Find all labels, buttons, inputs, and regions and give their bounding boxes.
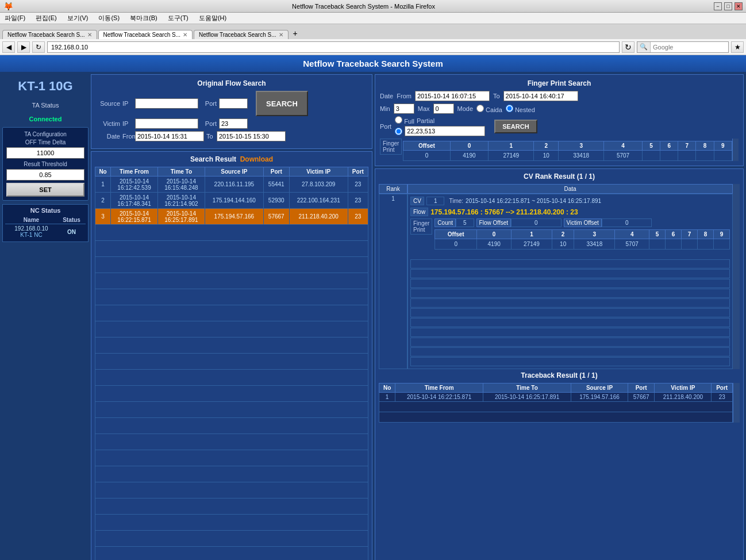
date-to-input[interactable] xyxy=(217,131,286,141)
search-input[interactable] xyxy=(651,44,708,51)
fp-partial-radio[interactable] xyxy=(395,128,402,135)
victim-port-input[interactable] xyxy=(219,118,248,129)
result-threshold-input[interactable] xyxy=(6,169,84,181)
empty-row xyxy=(95,418,368,434)
empty-row xyxy=(95,402,368,418)
fp-scrollbar[interactable] xyxy=(732,139,739,161)
minimize-button[interactable]: − xyxy=(714,2,722,10)
fp-port-label: Port xyxy=(380,123,391,130)
date-from-input[interactable] xyxy=(135,131,204,141)
cv-scrollbar[interactable] xyxy=(733,184,740,194)
fp-min-input[interactable] xyxy=(394,103,414,114)
tab-3[interactable]: Netflow Traceback Search S... ✕ xyxy=(194,30,289,39)
result-row-1[interactable]: 1 2015-10-1416:12:42.539 2015-10-1416:15… xyxy=(95,177,368,193)
tb-empty-1 xyxy=(379,402,733,412)
menu-tools[interactable]: 도구(T) xyxy=(166,14,191,22)
cv-empty-9 xyxy=(410,328,730,337)
back-button[interactable]: ◀ xyxy=(2,41,15,53)
fp-nested-label[interactable]: Nested xyxy=(506,105,535,113)
bookmark-button[interactable]: ★ xyxy=(731,41,744,53)
from-label: From xyxy=(122,133,133,140)
finger-print-detail-label: FingerPrint xyxy=(410,218,432,235)
tab-2-close[interactable]: ✕ xyxy=(183,32,187,38)
go-button[interactable]: ↻ xyxy=(622,41,635,53)
tb-r1-no: 1 xyxy=(379,393,395,402)
result-row-3[interactable]: 3 2015-10-1416:22:15.871 2015-10-1416:25… xyxy=(95,209,368,225)
cv-empty-4 xyxy=(410,279,730,288)
forward-button[interactable]: ▶ xyxy=(17,41,30,53)
result-row-2[interactable]: 2 2015-10-1416:17:48.341 2015-10-1416:21… xyxy=(95,193,368,209)
cv-off-d-5 xyxy=(649,239,666,250)
col-vport: Port xyxy=(348,167,368,177)
fp-date-from-input[interactable] xyxy=(415,91,490,101)
fp-search-button[interactable]: SEARCH xyxy=(494,120,537,133)
tb-empty-2 xyxy=(379,412,733,423)
content-area: Original Flow Search Source IP Port SEAR… xyxy=(91,74,744,560)
off-col-0: 0 xyxy=(450,141,489,151)
menu-go[interactable]: 이동(S) xyxy=(96,14,122,22)
source-port-input[interactable] xyxy=(219,98,248,109)
cv-off-d-8 xyxy=(698,239,714,250)
set-button[interactable]: SET xyxy=(6,183,84,197)
r2-source-ip: 175.194.144.160 xyxy=(205,193,263,209)
r3-vport: 23 xyxy=(348,209,368,225)
menu-view[interactable]: 보기(V) xyxy=(65,14,91,22)
ta-config-box: TA Configuration OFF Time Delta Result T… xyxy=(2,127,89,201)
download-link[interactable]: Download xyxy=(240,155,273,163)
fp-caida-label[interactable]: Caida xyxy=(476,105,502,113)
off-d-0: 4190 xyxy=(450,151,489,161)
menu-help[interactable]: 도움말(H) xyxy=(197,14,229,22)
r2-time-from: 2015-10-1416:17:48.341 xyxy=(111,193,158,209)
tab-2[interactable]: Netflow Traceback Search S... ✕ xyxy=(98,30,193,39)
off-d-2: 10 xyxy=(534,151,559,161)
empty-row xyxy=(95,386,368,402)
empty-row xyxy=(95,482,368,498)
maximize-button[interactable]: □ xyxy=(724,2,732,10)
empty-row xyxy=(95,515,368,531)
menu-bookmarks[interactable]: 북마크(B) xyxy=(128,14,160,22)
fp-max-label: Max xyxy=(418,105,430,112)
new-tab-button[interactable]: + xyxy=(290,28,301,39)
cv-off-col-6: 6 xyxy=(666,230,682,239)
r3-port: 57667 xyxy=(263,209,289,225)
nc-status-table: Name Status 192.168.0.10KT-1 NC ON xyxy=(5,216,86,239)
reload-button[interactable]: ↻ xyxy=(32,41,45,53)
tab-1-close[interactable]: ✕ xyxy=(87,32,92,38)
source-ip-input[interactable] xyxy=(135,98,198,109)
fingerprint-search-panel: Finger Print Search Date From To Min xyxy=(375,74,744,166)
cv-off-col-4: 4 xyxy=(615,230,649,239)
fp-date-to-input[interactable] xyxy=(503,91,578,101)
fp-nested-radio[interactable] xyxy=(506,105,513,112)
window-controls[interactable]: − □ ✕ xyxy=(714,2,743,10)
flow-search-button[interactable]: SEARCH xyxy=(256,91,308,116)
ip-label-victim: IP xyxy=(122,120,133,127)
offset-data-row: 0 4190 27149 10 33418 5707 xyxy=(403,151,732,161)
tab-1[interactable]: Netflow Traceback Search S... ✕ xyxy=(2,30,97,39)
tab-3-close[interactable]: ✕ xyxy=(279,32,283,38)
fp-port-input[interactable] xyxy=(405,126,485,136)
empty-row xyxy=(95,370,368,386)
menu-file[interactable]: 파일(F) xyxy=(2,14,28,22)
fp-max-input[interactable] xyxy=(433,103,454,114)
tb-row-1[interactable]: 1 2015-10-14 16:22:15.871 2015-10-14 16:… xyxy=(379,393,733,402)
fp-full-radio[interactable] xyxy=(395,116,402,124)
tb-scrollbar[interactable] xyxy=(733,383,740,423)
cv-off-col-8: 8 xyxy=(698,230,714,239)
ip-label-source: IP xyxy=(122,100,133,107)
fp-caida-radio[interactable] xyxy=(476,105,484,112)
cv-empty-7 xyxy=(410,308,730,317)
victim-ip-input[interactable] xyxy=(135,118,198,129)
r1-port: 55441 xyxy=(263,177,289,193)
victim-label: Victim xyxy=(96,120,120,127)
menu-edit[interactable]: 편집(E) xyxy=(33,14,59,22)
close-button[interactable]: ✕ xyxy=(735,2,743,10)
fp-full-radio-label[interactable]: Full xyxy=(395,116,414,125)
off-col-1: 1 xyxy=(489,141,534,151)
nav-bar: ◀ ▶ ↻ ↻ 🔍 ★ xyxy=(0,39,746,55)
off-time-delta-input[interactable] xyxy=(6,147,84,159)
cv-off-d-1: 27149 xyxy=(512,239,552,250)
cv-right-scrollbar[interactable] xyxy=(733,194,740,369)
address-bar[interactable] xyxy=(47,41,620,53)
victim-offset-value: 0 xyxy=(602,218,652,227)
cv-off-col-7: 7 xyxy=(682,230,698,239)
